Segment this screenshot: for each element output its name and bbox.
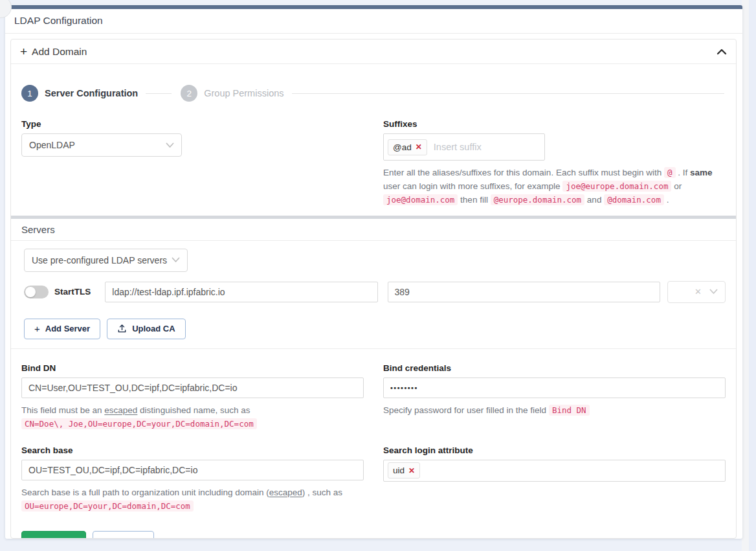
cancel-button[interactable]: ✕ Cancel bbox=[93, 531, 154, 539]
search-base-input[interactable] bbox=[21, 460, 364, 480]
page-gutter bbox=[742, 0, 756, 551]
add-domain-body: 1 Server Configuration 2 Group Permissio… bbox=[11, 64, 736, 539]
server-row: StartTLS ✕ bbox=[24, 281, 726, 303]
login-attribute-tag: uid ✕ bbox=[388, 462, 420, 478]
add-server-button[interactable]: + Add Server bbox=[24, 319, 100, 339]
chevron-down-icon bbox=[709, 289, 718, 295]
type-select-value: OpenLDAP bbox=[29, 140, 166, 150]
bind-credentials-help: Specify password for user filled in the … bbox=[383, 404, 726, 418]
type-select[interactable]: OpenLDAP bbox=[21, 133, 182, 157]
login-attribute-tag-text: uid bbox=[393, 466, 405, 475]
login-attribute-tag-remove-icon[interactable]: ✕ bbox=[408, 466, 415, 475]
bind-credentials-input[interactable] bbox=[383, 377, 726, 398]
upload-ca-button[interactable]: Upload CA bbox=[107, 319, 185, 339]
chevron-up-icon bbox=[717, 48, 727, 56]
upload-icon bbox=[117, 324, 127, 333]
confirm-button[interactable]: ✓ Confirm bbox=[21, 531, 86, 539]
search-base-label: Search base bbox=[21, 445, 364, 455]
bind-credentials-field: Bind credentials Specify password for us… bbox=[383, 363, 726, 431]
step-1-label: Server Configuration bbox=[45, 88, 138, 98]
servers-section-title: Servers bbox=[11, 219, 736, 241]
type-suffixes-row: Type OpenLDAP Suffixes @ad ✕ bbox=[11, 119, 736, 207]
bind-dn-help: This field must be an escaped distinguis… bbox=[21, 404, 364, 431]
collapse-button[interactable] bbox=[717, 48, 727, 56]
suffix-tag: @ad ✕ bbox=[388, 139, 427, 155]
close-icon: ✕ bbox=[103, 537, 111, 539]
server-buttons: + Add Server Upload CA bbox=[24, 319, 726, 339]
bind-dn-input[interactable] bbox=[21, 377, 364, 398]
cancel-label: Cancel bbox=[116, 537, 144, 539]
ldap-configuration-card: LDAP Configuration + Add Domain 1 Server… bbox=[5, 5, 742, 539]
suffix-tag-remove-icon[interactable]: ✕ bbox=[416, 142, 422, 152]
bind-dn-field: Bind DN This field must be an escaped di… bbox=[21, 363, 364, 431]
type-field: Type OpenLDAP bbox=[21, 119, 364, 207]
servers-mode-value: Use pre-configured LDAP servers bbox=[32, 255, 172, 265]
type-label: Type bbox=[21, 119, 364, 129]
add-domain-panel: + Add Domain 1 Server Configuration 2 Gr… bbox=[10, 39, 737, 539]
search-login-attribute-field: Search login attribute uid ✕ bbox=[383, 445, 726, 513]
servers-mode-select[interactable]: Use pre-configured LDAP servers bbox=[24, 249, 188, 272]
search-base-help: Search base is a full path to organizati… bbox=[21, 486, 364, 513]
step-2-circle: 2 bbox=[181, 85, 197, 102]
plus-icon: + bbox=[20, 45, 27, 58]
bind-dn-label: Bind DN bbox=[21, 363, 364, 373]
step-1-circle: 1 bbox=[21, 85, 38, 102]
add-domain-header[interactable]: + Add Domain bbox=[11, 39, 736, 64]
suffix-input[interactable] bbox=[434, 142, 540, 152]
starttls-toggle[interactable] bbox=[24, 286, 49, 298]
check-icon: ✓ bbox=[32, 537, 38, 539]
chevron-down-icon bbox=[166, 142, 174, 148]
step-server-configuration[interactable]: 1 Server Configuration bbox=[21, 85, 181, 102]
bind-credentials-label: Bind credentials bbox=[383, 363, 726, 373]
server-port-input[interactable] bbox=[388, 282, 660, 302]
chevron-down-icon bbox=[172, 257, 180, 263]
steps: 1 Server Configuration 2 Group Permissio… bbox=[11, 85, 736, 102]
confirm-label: Confirm bbox=[43, 537, 76, 539]
starttls-label: StartTLS bbox=[54, 287, 91, 297]
add-domain-title: Add Domain bbox=[32, 46, 87, 58]
form-actions: ✓ Confirm ✕ Cancel bbox=[11, 531, 736, 539]
servers-section-body: Use pre-configured LDAP servers StartTLS… bbox=[11, 241, 736, 349]
server-extra-select[interactable]: ✕ bbox=[667, 281, 726, 303]
toggle-knob bbox=[25, 287, 36, 297]
search-row: Search base Search base is a full path t… bbox=[11, 445, 736, 513]
search-login-attribute-label: Search login attribute bbox=[383, 445, 726, 455]
page-title: LDAP Configuration bbox=[5, 9, 742, 34]
suffixes-field: Suffixes @ad ✕ Enter all the aliases/suf… bbox=[383, 119, 726, 207]
clear-icon[interactable]: ✕ bbox=[695, 287, 702, 297]
step-tail-line bbox=[292, 93, 724, 94]
search-base-field: Search base Search base is a full path t… bbox=[21, 445, 364, 513]
plus-icon: + bbox=[34, 324, 40, 333]
bind-row: Bind DN This field must be an escaped di… bbox=[11, 363, 736, 431]
add-server-label: Add Server bbox=[45, 324, 90, 333]
step-connector bbox=[146, 93, 172, 94]
search-login-attribute-box[interactable]: uid ✕ bbox=[383, 460, 726, 482]
suffix-tag-text: @ad bbox=[393, 142, 412, 152]
suffixes-label: Suffixes bbox=[383, 119, 726, 129]
suffixes-input-box[interactable]: @ad ✕ bbox=[383, 133, 545, 161]
suffixes-help: Enter all the aliases/suffixes for this … bbox=[383, 166, 726, 207]
server-url-input[interactable] bbox=[105, 282, 377, 302]
step-group-permissions[interactable]: 2 Group Permissions bbox=[181, 85, 726, 102]
step-2-label: Group Permissions bbox=[204, 88, 284, 98]
upload-ca-label: Upload CA bbox=[132, 324, 175, 333]
